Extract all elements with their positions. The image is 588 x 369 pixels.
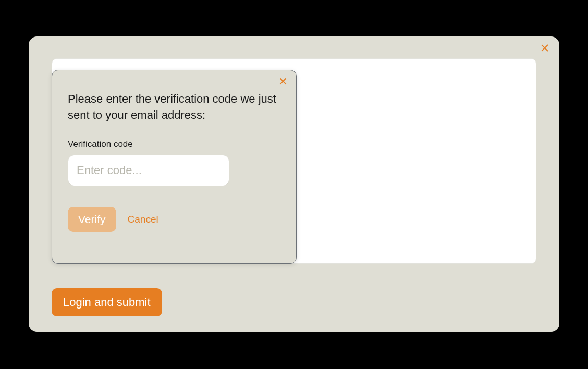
modal-actions: Verify Cancel <box>68 207 280 232</box>
close-icon <box>279 78 287 87</box>
cancel-button[interactable]: Cancel <box>128 214 158 225</box>
outer-panel: Login and submit Please enter the verifi… <box>29 36 559 332</box>
close-button[interactable] <box>540 44 550 54</box>
modal-close-button[interactable] <box>278 78 288 87</box>
verification-code-input[interactable] <box>68 155 229 186</box>
modal-heading: Please enter the verification code we ju… <box>68 91 280 124</box>
verification-code-label: Verification code <box>68 139 280 150</box>
close-icon <box>541 44 549 54</box>
verify-button[interactable]: Verify <box>68 207 116 232</box>
verification-modal: Please enter the verification code we ju… <box>52 70 297 264</box>
login-submit-button[interactable]: Login and submit <box>52 288 162 316</box>
